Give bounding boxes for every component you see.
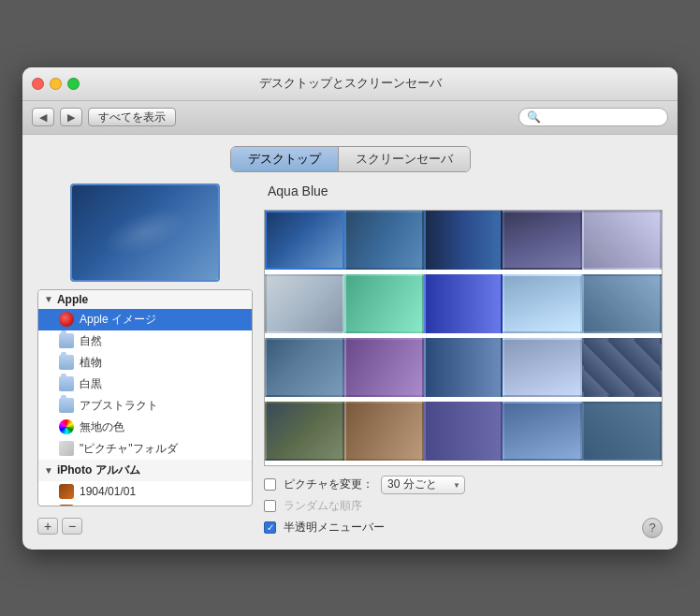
translucent-menubar-checkbox[interactable]: ✓ (264, 521, 276, 534)
sidebar-item-1970a[interactable]: 1970/01/01 (38, 502, 252, 506)
wallpaper-thumb-8[interactable] (424, 274, 503, 334)
sidebar-item-abstract[interactable]: アブストラクト (38, 395, 252, 417)
translucent-menubar-label: 半透明メニューバー (284, 520, 385, 535)
translucent-menubar-option: ✓ 半透明メニューバー (264, 520, 385, 535)
sidebar-item-1904[interactable]: 1904/01/01 (38, 481, 252, 502)
chevron-down-icon: ▼ (453, 480, 460, 489)
wallpaper-grid[interactable] (264, 210, 663, 466)
sidebar-item-apple-images[interactable]: Apple イメージ (38, 309, 252, 330)
sidebar-group-iphoto-label: iPhoto アルバム (57, 462, 140, 478)
toolbar: ◀ ▶ すべてを表示 🔍 (22, 101, 678, 135)
sidebar-item-plants[interactable]: 植物 (38, 352, 252, 374)
wallpaper-thumb-20[interactable] (582, 402, 662, 462)
sidebar-bottom: + − (37, 514, 253, 538)
change-picture-label: ピクチャを変更： (284, 477, 373, 492)
folder-icon (59, 333, 74, 348)
wallpaper-thumb-9[interactable] (503, 274, 582, 334)
random-order-option: ランダムな順序 (264, 498, 663, 514)
sidebar-group-iphoto[interactable]: ▼ iPhoto アルバム (38, 460, 252, 481)
forward-button[interactable]: ▶ (60, 108, 82, 126)
random-order-checkbox[interactable] (264, 500, 276, 512)
sidebar-scroll[interactable]: ▼ Apple Apple イメージ 自然 (38, 290, 252, 506)
wallpaper-thumb-2[interactable] (344, 211, 424, 271)
preview-image (72, 185, 218, 280)
change-picture-option: ピクチャを変更： 30 分ごと ▼ (264, 476, 663, 494)
folder-icon (59, 355, 74, 370)
sidebar-item-picture-folder[interactable]: "ピクチャ"フォルダ (38, 438, 252, 460)
tab-group: デスクトップ スクリーンセーバ (230, 146, 471, 172)
wallpaper-thumb-1[interactable] (265, 211, 344, 271)
search-icon: 🔍 (527, 110, 541, 124)
wallpaper-thumb-5[interactable] (582, 211, 662, 271)
wallpaper-thumb-6[interactable] (265, 274, 344, 334)
minimize-button[interactable] (50, 78, 62, 90)
traffic-lights (32, 78, 80, 90)
wallpaper-thumb-3[interactable] (424, 211, 503, 271)
wallpaper-thumb-15[interactable] (582, 338, 662, 398)
color-wheel-icon (59, 419, 74, 434)
sidebar-item-solid[interactable]: 無地の色 (38, 417, 252, 438)
wallpaper-thumb-16[interactable] (265, 402, 344, 462)
folder-icon (59, 398, 74, 413)
left-panel: ▼ Apple Apple イメージ 自然 (37, 183, 253, 538)
main-area: ▼ Apple Apple イメージ 自然 (37, 183, 663, 538)
iphoto-icon (59, 505, 74, 506)
main-window: デスクトップとスクリーンセーバ ◀ ▶ すべてを表示 🔍 デスクトップ スクリー… (22, 67, 678, 550)
wallpaper-thumb-7[interactable] (344, 274, 424, 334)
tabs-row: デスクトップ スクリーンセーバ (37, 146, 663, 172)
random-order-label: ランダムな順序 (284, 498, 362, 514)
wallpaper-thumb-17[interactable] (344, 402, 424, 462)
wallpaper-thumb-19[interactable] (503, 402, 582, 462)
sidebar-item-bw[interactable]: 白黒 (38, 374, 252, 395)
picture-folder-icon (59, 441, 74, 456)
content-area: デスクトップ スクリーンセーバ ▼ Apple (22, 135, 678, 550)
wallpaper-thumb-4[interactable] (503, 211, 582, 271)
back-button[interactable]: ◀ (32, 108, 54, 126)
interval-select[interactable]: 30 分ごと ▼ (381, 476, 465, 494)
add-button[interactable]: + (37, 518, 58, 535)
wallpaper-thumb-14[interactable] (503, 338, 582, 398)
iphoto-icon (59, 484, 74, 499)
triangle-icon: ▼ (44, 294, 53, 304)
wallpaper-thumb-10[interactable] (582, 274, 662, 334)
apple-icon (59, 312, 74, 327)
options-row: ピクチャを変更： 30 分ごと ▼ ランダムな順序 ✓ 半透明メニューバ (264, 470, 663, 538)
remove-button[interactable]: − (62, 518, 82, 535)
wallpaper-thumb-18[interactable] (424, 402, 503, 462)
tab-screensaver[interactable]: スクリーンセーバ (339, 147, 470, 171)
wallpaper-name: Aqua Blue (264, 183, 663, 206)
bottom-row: ✓ 半透明メニューバー ? (264, 518, 663, 538)
change-picture-checkbox[interactable] (264, 478, 276, 491)
wallpaper-thumb-11[interactable] (265, 338, 344, 398)
triangle-icon: ▼ (44, 465, 53, 476)
window-title: デスクトップとスクリーンセーバ (259, 75, 442, 92)
maximize-button[interactable] (67, 78, 80, 90)
sidebar: ▼ Apple Apple イメージ 自然 (37, 289, 253, 506)
folder-icon (59, 376, 74, 391)
show-all-button[interactable]: すべてを表示 (88, 108, 176, 126)
preview-box (70, 183, 220, 282)
tab-desktop[interactable]: デスクトップ (231, 147, 339, 171)
sidebar-item-nature[interactable]: 自然 (38, 330, 252, 352)
help-button[interactable]: ? (642, 518, 663, 538)
right-panel: Aqua Blue (264, 183, 663, 538)
wallpaper-thumb-13[interactable] (424, 338, 503, 398)
sidebar-group-apple-label: Apple (57, 293, 88, 306)
titlebar: デスクトップとスクリーンセーバ (22, 67, 678, 101)
sidebar-group-apple[interactable]: ▼ Apple (38, 290, 252, 309)
wallpaper-thumb-12[interactable] (344, 338, 424, 398)
close-button[interactable] (32, 78, 44, 90)
search-box[interactable]: 🔍 (518, 108, 668, 126)
